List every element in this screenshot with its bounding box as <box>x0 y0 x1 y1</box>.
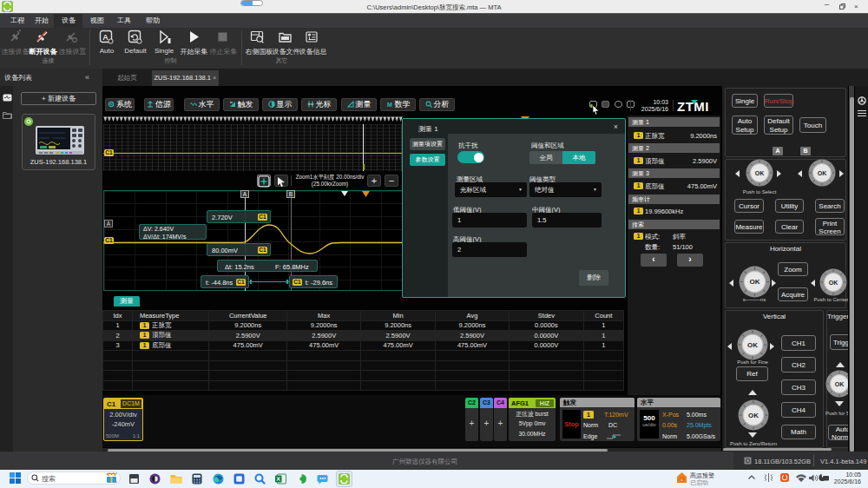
svg-text:A: A <box>102 33 108 42</box>
svg-text:M: M <box>387 102 392 108</box>
